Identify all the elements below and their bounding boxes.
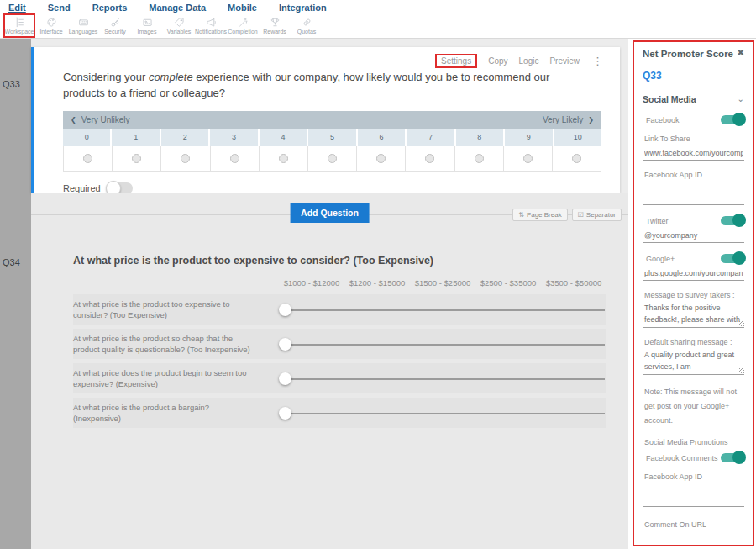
nps-radio-cell[interactable] [357,146,406,171]
add-question-button[interactable]: Add Question [290,203,370,223]
slider-track [285,309,605,311]
radio-button[interactable] [181,154,190,163]
twitter-toggle[interactable] [721,216,744,225]
separator-button[interactable]: ☑ Separator [572,209,622,221]
social-media-promotions-label: Social Media Promotions [643,438,744,446]
slider-handle[interactable] [279,338,291,351]
radio-button[interactable] [376,154,386,163]
nps-radio-row [63,146,601,172]
menu-reports[interactable]: Reports [92,3,128,13]
menu-mobile[interactable]: Mobile [228,3,257,13]
nps-radio-cell[interactable] [64,146,113,171]
question-text-q34[interactable]: At what price is the product too expensi… [73,255,606,267]
question-actions: Settings Copy Logic Preview ⋮ [435,54,603,68]
preview-button[interactable]: Preview [549,56,580,66]
facebook-app-id-2-input[interactable] [643,493,744,507]
nps-radio-cell[interactable] [211,146,260,171]
nps-radio-cell[interactable] [260,146,308,171]
logic-button[interactable]: Logic [519,56,539,66]
close-icon[interactable]: ✖ [738,49,744,57]
tool-interface[interactable]: Interface [35,13,67,38]
menu-manage-data[interactable]: Manage Data [149,3,206,13]
page-break-icon: ⇅ [518,211,524,219]
radio-button[interactable] [132,154,141,163]
slider-row: At what price is the product so cheap th… [73,329,606,359]
google-plus-input[interactable] [643,267,744,281]
nps-number: 0 [63,129,110,146]
slider-handle[interactable] [279,372,291,385]
tool-images[interactable]: Images [131,13,163,38]
radio-button[interactable] [475,154,484,163]
price-slider[interactable] [279,407,605,420]
menu-integration[interactable]: Integration [279,3,327,13]
copy-button[interactable]: Copy [488,56,507,66]
facebook-app-id-2-label: Facebook App ID [643,472,744,481]
link-to-share-input[interactable] [643,146,744,161]
edit-toolbar: Workspace Interface Languages Security I… [0,13,756,39]
facebook-comments-toggle[interactable] [721,453,744,462]
message-to-survey-takers-textarea[interactable]: Thanks for the positive feedback!, pleas… [643,303,744,328]
nps-left-label: Very Unlikely [81,115,130,124]
radio-button[interactable] [523,154,533,163]
chevron-left-icon[interactable]: ❮ [71,116,76,124]
slider-handle[interactable] [279,304,291,316]
tool-label: Security [104,29,125,34]
social-media-section-header[interactable]: Social Media ⌄ [643,94,744,104]
tool-languages[interactable]: Languages [67,13,99,38]
nps-radio-cell[interactable] [161,146,210,171]
nps-radio-cell[interactable] [553,146,601,171]
nps-radio-cell[interactable] [504,146,553,171]
tool-label: Completion [228,29,257,34]
question-card-q33[interactable]: Settings Copy Logic Preview ⋮ Considerin… [31,47,620,193]
radio-button[interactable] [572,154,581,163]
tool-variables[interactable]: Variables [163,13,195,38]
resize-handle-icon[interactable] [739,368,744,373]
tool-security[interactable]: Security [99,13,131,38]
resize-handle-icon[interactable] [739,321,744,326]
tool-workspace[interactable]: Workspace [3,13,35,38]
settings-button[interactable]: Settings [435,54,477,68]
radio-button[interactable] [425,154,434,163]
more-options-icon[interactable]: ⋮ [592,55,603,67]
question-list-section: Add Question ⇅ Page Break ☑ Separator At… [31,193,628,549]
slider-handle[interactable] [279,407,291,420]
menu-edit[interactable]: Edit [8,3,26,13]
facebook-app-id-input[interactable] [643,191,744,205]
comment-on-url-input[interactable] [643,541,744,546]
page-break-button[interactable]: ⇅ Page Break [512,209,568,221]
panel-question-id[interactable]: Q33 [643,70,744,82]
nps-radio-cell[interactable] [455,146,504,171]
price-slider[interactable] [279,338,605,351]
question-card-q34[interactable]: At what price is the product too expensi… [31,233,628,428]
nps-number: 2 [161,129,208,146]
chevron-right-icon[interactable]: ❯ [588,116,594,124]
price-slider[interactable] [279,372,605,385]
nps-radio-cell[interactable] [113,146,161,171]
tool-notifications[interactable]: Notifications [195,13,227,38]
default-sharing-message-textarea[interactable]: A quality product and great services, I … [643,350,744,375]
nps-radio-cell[interactable] [308,146,357,171]
tool-completion[interactable]: Completion [227,13,259,38]
radio-button[interactable] [230,154,239,163]
twitter-row: Twitter [643,216,744,225]
nps-right-label: Very Likely [543,115,583,124]
link-to-share-label: Link To Share [643,135,744,143]
tool-label: Variables [167,29,192,34]
google-plus-toggle[interactable] [721,254,744,263]
radio-button[interactable] [328,154,337,163]
completion-icon [237,17,249,28]
google-plus-row: Google+ [643,254,744,263]
facebook-toggle[interactable] [721,115,744,124]
radio-button[interactable] [279,154,288,163]
price-range-header: $1200 - $15000 [344,278,410,288]
price-slider[interactable] [279,304,605,316]
chevron-down-icon[interactable]: ⌄ [738,97,744,102]
twitter-handle-input[interactable] [643,229,744,243]
tool-rewards[interactable]: Rewards [259,13,291,38]
nps-radio-cell[interactable] [406,146,454,171]
composer-tools: ⇅ Page Break ☑ Separator [512,209,622,221]
tool-quotas[interactable]: Quotas [291,13,323,38]
comment-on-url-label: Comment On URL [643,520,744,529]
menu-send[interactable]: Send [48,3,71,13]
radio-button[interactable] [83,154,92,163]
